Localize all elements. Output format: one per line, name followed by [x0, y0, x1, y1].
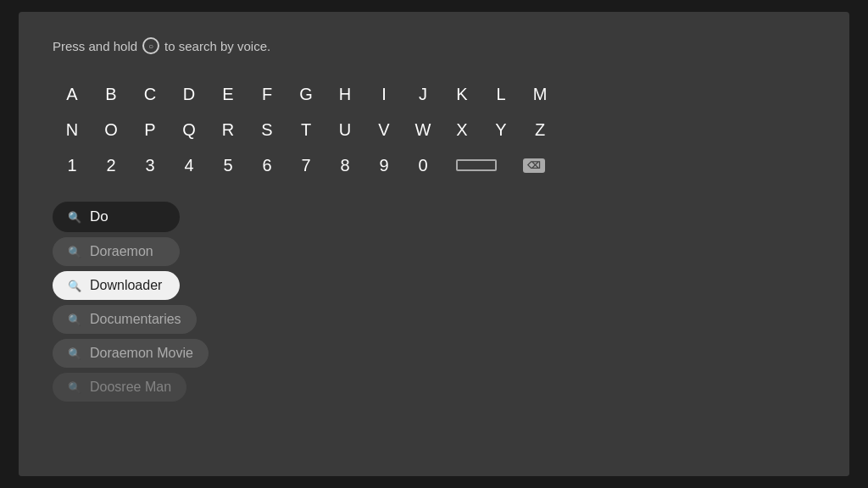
key-8[interactable]: 8 [326, 149, 364, 181]
suggestion-doraemon-movie[interactable]: 🔍 Doraemon Movie [53, 339, 209, 368]
key-4[interactable]: 4 [170, 149, 209, 181]
backspace-icon: ⌫ [523, 158, 545, 173]
key-g[interactable]: G [287, 78, 326, 110]
key-w[interactable]: W [403, 114, 442, 146]
suggestion-label-5: Doosree Man [90, 380, 171, 395]
keyboard-row-1: A B C D E F G H I J K L M [53, 78, 815, 110]
key-h[interactable]: H [326, 78, 364, 110]
fade-overlay [19, 434, 849, 476]
suggestion-label-1: Doraemon [90, 244, 153, 259]
key-y[interactable]: Y [481, 114, 520, 146]
key-o[interactable]: O [92, 114, 131, 146]
search-icon-2: 🔍 [68, 280, 81, 292]
key-space[interactable] [442, 149, 510, 181]
voice-hint-text2: to search by voice. [164, 39, 270, 53]
key-x[interactable]: X [442, 114, 481, 146]
key-z[interactable]: Z [520, 114, 559, 146]
suggestions-list: 🔍 Do 🔍 Doraemon 🔍 Downloader 🔍 Documenta… [53, 202, 815, 402]
key-2[interactable]: 2 [92, 149, 131, 181]
search-icon-3: 🔍 [68, 313, 81, 326]
suggestion-label-2: Downloader [90, 278, 162, 293]
suggestion-downloader[interactable]: 🔍 Downloader [53, 271, 180, 300]
keyboard-row-3: 1 2 3 4 5 6 7 8 9 0 ⌫ [53, 149, 815, 181]
key-p[interactable]: P [131, 114, 170, 146]
key-7[interactable]: 7 [287, 149, 326, 181]
key-i[interactable]: I [364, 78, 403, 110]
key-a[interactable]: A [53, 78, 92, 110]
search-icon-5: 🔍 [68, 381, 81, 394]
keyboard: A B C D E F G H I J K L M N O P Q R S T … [53, 78, 815, 181]
key-j[interactable]: J [403, 78, 442, 110]
key-m[interactable]: M [520, 78, 559, 110]
key-s[interactable]: S [248, 114, 287, 146]
search-icon-4: 🔍 [68, 347, 81, 360]
key-l[interactable]: L [481, 78, 520, 110]
suggestion-doraemon[interactable]: 🔍 Doraemon [53, 237, 180, 266]
suggestion-documentaries[interactable]: 🔍 Documentaries [53, 305, 197, 334]
key-9[interactable]: 9 [364, 149, 403, 181]
space-bar-icon [456, 159, 497, 171]
key-6[interactable]: 6 [248, 149, 287, 181]
suggestion-doosree-man[interactable]: 🔍 Doosree Man [53, 373, 186, 402]
suggestion-label-4: Doraemon Movie [90, 346, 193, 361]
search-icon-0: 🔍 [68, 211, 81, 224]
key-3[interactable]: 3 [131, 149, 170, 181]
suggestion-label-0: Do [90, 208, 108, 225]
voice-hint-text: Press and hold [53, 39, 137, 53]
key-d[interactable]: D [170, 78, 209, 110]
key-t[interactable]: T [287, 114, 326, 146]
key-b[interactable]: B [92, 78, 131, 110]
key-0[interactable]: 0 [403, 149, 442, 181]
key-1[interactable]: 1 [53, 149, 92, 181]
key-e[interactable]: E [209, 78, 248, 110]
key-r[interactable]: R [209, 114, 248, 146]
key-backspace[interactable]: ⌫ [510, 149, 558, 181]
search-screen: Press and hold ○ to search by voice. A B… [19, 12, 849, 476]
voice-hint: Press and hold ○ to search by voice. [53, 37, 815, 54]
mic-icon: ○ [142, 37, 159, 54]
key-q[interactable]: Q [170, 114, 209, 146]
suggestion-label-3: Documentaries [90, 312, 181, 327]
key-f[interactable]: F [248, 78, 287, 110]
keyboard-row-2: N O P Q R S T U V W X Y Z [53, 114, 815, 146]
key-v[interactable]: V [364, 114, 403, 146]
suggestion-do[interactable]: 🔍 Do [53, 202, 180, 232]
key-n[interactable]: N [53, 114, 92, 146]
key-u[interactable]: U [326, 114, 364, 146]
key-c[interactable]: C [131, 78, 170, 110]
search-icon-1: 🔍 [68, 246, 81, 258]
key-5[interactable]: 5 [209, 149, 248, 181]
key-k[interactable]: K [442, 78, 481, 110]
